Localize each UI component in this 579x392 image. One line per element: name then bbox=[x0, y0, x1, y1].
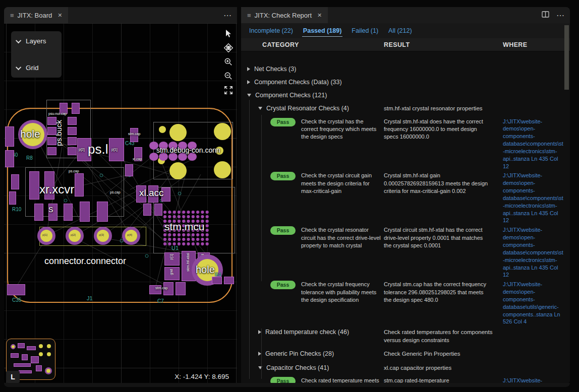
check-row: Pass Check the crystal has the correct f… bbox=[241, 116, 570, 170]
vertical-scrollbar-thumb[interactable] bbox=[564, 25, 569, 90]
more-actions-icon[interactable]: ⋯ bbox=[223, 11, 232, 20]
check-row: Pass Check the crystal circuit gain meet… bbox=[241, 170, 570, 224]
smd-comp[interactable] bbox=[11, 174, 19, 189]
section-result: xl.cap capacitor properties bbox=[384, 364, 503, 372]
smd-comp[interactable] bbox=[125, 164, 133, 176]
xcvr-pad[interactable] bbox=[64, 204, 73, 221]
board-canvas[interactable]: hole psu-noi.cap ps.buck p[2] p[1] ps.l bbox=[4, 23, 237, 384]
expand-arrow-icon[interactable] bbox=[247, 67, 250, 71]
select-cursor-button[interactable] bbox=[222, 27, 235, 40]
zoom-in-button[interactable] bbox=[222, 55, 235, 68]
smd-comp[interactable] bbox=[7, 284, 25, 295]
tree-row-component-checks-data[interactable]: Component Checks (Data) (33) bbox=[241, 76, 570, 89]
more-actions-icon[interactable]: ⋯ bbox=[556, 11, 565, 20]
board-label-psu-cap: psu-noi.cap bbox=[48, 112, 67, 115]
filter-failed[interactable]: Failed (1) bbox=[351, 25, 379, 36]
smd-comp[interactable] bbox=[224, 277, 234, 284]
smd-pad[interactable] bbox=[68, 117, 77, 125]
mount-hole[interactable] bbox=[214, 161, 231, 178]
smd-comp[interactable] bbox=[5, 126, 14, 147]
smd-comp[interactable] bbox=[176, 282, 186, 295]
tree-row-capacitor-checks[interactable]: Capacitor Checks (41) xl.cap capacitor p… bbox=[241, 361, 570, 375]
via[interactable] bbox=[159, 126, 166, 133]
xcvr-pad[interactable] bbox=[80, 202, 90, 222]
mount-hole[interactable] bbox=[169, 162, 187, 179]
mount-hole[interactable] bbox=[169, 124, 187, 141]
board-editor-group: ≡ JITX: Board ✕ ⋯ bbox=[4, 7, 237, 384]
xcvr-pad[interactable] bbox=[75, 173, 84, 197]
smd-comp[interactable] bbox=[9, 191, 16, 205]
tree-row-component-checks[interactable]: Component Checks (121) bbox=[241, 89, 570, 102]
smd-pad[interactable] bbox=[47, 147, 56, 155]
ref-des: R8 bbox=[26, 155, 33, 161]
grid-label: Grid bbox=[26, 64, 39, 72]
board-label: xl.cap bbox=[133, 157, 142, 161]
pad-label: p[4] bbox=[127, 233, 132, 236]
ref-des: C35 bbox=[12, 297, 21, 303]
board-label: stm.cap bbox=[155, 286, 168, 290]
smd-comp[interactable] bbox=[212, 277, 222, 284]
where-link[interactable]: J:\JITX\website-demos\open-components-da… bbox=[503, 226, 564, 279]
pad-label: p[1] bbox=[111, 148, 118, 151]
check-result: Crystal stm.hf-xtal does have the correc… bbox=[384, 118, 503, 141]
layers-label: Layers bbox=[26, 37, 46, 45]
close-icon[interactable]: ✕ bbox=[57, 12, 62, 19]
board-label-xtal: stm.hf-xtal bbox=[186, 253, 190, 272]
check-description: Check the crystal resonator circuit has … bbox=[301, 226, 382, 249]
filter-all[interactable]: All (212) bbox=[387, 25, 413, 36]
tab-jitx-board[interactable]: ≡ JITX: Board ✕ bbox=[4, 7, 68, 23]
check-row: Pass Check the crystal resonator circuit… bbox=[241, 224, 570, 279]
xcvr-pad[interactable] bbox=[34, 204, 43, 221]
ref-des: R10 bbox=[12, 207, 21, 212]
grid-toggle[interactable]: Grid bbox=[17, 64, 55, 72]
smd-pad[interactable] bbox=[68, 127, 77, 135]
board-label-connector: connector.connector bbox=[44, 256, 126, 267]
check-report-table: Net Checks (3) Component Checks (Data) (… bbox=[241, 51, 570, 384]
zoom-out-button[interactable] bbox=[222, 70, 235, 82]
result-filter-tabs: Incomplete (22) Passed (189) Failed (1) … bbox=[241, 23, 570, 38]
close-icon[interactable]: ✕ bbox=[317, 12, 322, 19]
acc-pad[interactable] bbox=[143, 204, 151, 216]
status-badge: Pass bbox=[270, 226, 296, 235]
column-result: RESULT bbox=[384, 41, 503, 48]
section-result: Check Generic Pin Properties bbox=[384, 350, 503, 358]
editor-list-icon: ≡ bbox=[10, 12, 14, 19]
pad-label: gnd bbox=[169, 269, 173, 275]
tree-row-generic-pin-checks[interactable]: Generic Pin Checks (28) Check Generic Pi… bbox=[241, 347, 570, 361]
tab-jitx-check-report[interactable]: ≡ JITX: Check Report ✕ bbox=[241, 7, 328, 23]
smd-comp[interactable] bbox=[5, 150, 14, 167]
tree-row-net-checks[interactable]: Net Checks (3) bbox=[241, 62, 570, 76]
layers-toggle[interactable]: Layers bbox=[17, 37, 55, 45]
smd-pad[interactable] bbox=[68, 137, 77, 145]
board-label-ps-l: ps.l bbox=[88, 142, 108, 157]
xcvr-pad[interactable] bbox=[29, 171, 39, 200]
ref-des: C7 bbox=[157, 298, 164, 304]
board-label-s: S bbox=[48, 206, 53, 214]
zoom-fit-button[interactable] bbox=[222, 84, 235, 96]
where-link[interactable]: J:\JITX\website-demos\open-components-da… bbox=[503, 172, 564, 224]
where-link[interactable]: J:\JITX\website-demos\open-components-da… bbox=[503, 281, 564, 325]
acc-pad[interactable] bbox=[154, 204, 162, 216]
ref-des: J1 bbox=[87, 295, 93, 301]
expand-arrow-icon[interactable] bbox=[247, 80, 250, 84]
split-editor-icon[interactable] bbox=[542, 11, 549, 20]
mount-hole[interactable] bbox=[214, 123, 231, 140]
xcvr-pad[interactable] bbox=[97, 202, 108, 222]
board-label-stm-mcu: stm.mcu bbox=[164, 221, 204, 233]
pad-label: p[2] bbox=[79, 148, 85, 151]
board-label-hole: hole bbox=[20, 128, 40, 140]
pan-move-button[interactable] bbox=[222, 41, 235, 54]
filter-incomplete[interactable]: Incomplete (22) bbox=[248, 25, 294, 36]
check-description: Check the crystal has the correct freque… bbox=[301, 118, 382, 141]
tree-row-rated-temperature[interactable]: Rated temperature check (46) Check rated… bbox=[241, 325, 570, 347]
filter-passed[interactable]: Passed (189) bbox=[302, 25, 342, 37]
smd-pad[interactable] bbox=[68, 147, 77, 155]
smd-pad[interactable] bbox=[72, 103, 80, 114]
tree-guide bbox=[261, 329, 262, 379]
tree-row-crystal-checks[interactable]: Crystal Resonator Checks (4) stm.hf-xtal… bbox=[241, 102, 570, 116]
where-link[interactable]: J:\JITX\website-demos\open-components-da… bbox=[503, 118, 564, 170]
collapse-arrow-icon[interactable] bbox=[247, 94, 251, 97]
board-label-xr-xcvr: xr.xcvr bbox=[39, 182, 74, 197]
collapse-arrow-icon[interactable] bbox=[258, 107, 262, 110]
board-toolbar bbox=[222, 27, 235, 96]
